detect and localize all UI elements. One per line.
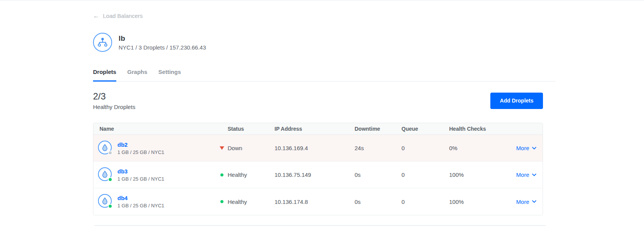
droplet-name-cell: db4 1 GB / 25 GB / NYC1: [98, 194, 228, 209]
more-menu-button[interactable]: More: [516, 145, 536, 151]
column-header-health-checks: Health Checks: [449, 126, 510, 132]
healthy-dot-icon: [220, 173, 223, 176]
column-header-ip: IP Address: [275, 126, 355, 132]
health-checks-cell: 100%: [449, 199, 510, 205]
status-cell: Healthy: [228, 172, 275, 178]
status-label: Down: [228, 145, 242, 151]
tab-bar: Droplets Graphs Settings: [93, 69, 556, 82]
column-header-queue: Queue: [401, 126, 449, 132]
down-triangle-icon: [220, 146, 224, 150]
more-label: More: [516, 199, 529, 205]
queue-cell: 0: [401, 145, 449, 151]
table-row: db2 1 GB / 25 GB / NYC1 Down 10.136.169.…: [93, 135, 543, 162]
health-checks-cell: 100%: [449, 172, 510, 178]
droplet-status-dot: [108, 151, 112, 155]
health-checks-cell: 0%: [449, 145, 510, 151]
load-balancer-icon: [93, 33, 112, 52]
droplet-spec: 1 GB / 25 GB / NYC1: [117, 176, 164, 182]
droplets-table: Name Status IP Address Downtime Queue He…: [93, 123, 543, 215]
downtime-cell: 0s: [355, 172, 401, 178]
droplet-table-body: db2 1 GB / 25 GB / NYC1 Down 10.136.169.…: [93, 135, 543, 215]
page-subtitle: NYC1 / 3 Droplets / 157.230.66.43: [119, 44, 206, 51]
ip-address-cell: 10.136.174.8: [275, 199, 355, 205]
ip-address-cell: 10.136.169.4: [275, 145, 355, 151]
column-header-status: Status: [228, 126, 275, 132]
load-balancer-titles: lb NYC1 / 3 Droplets / 157.230.66.43: [119, 34, 206, 51]
droplet-icon: [98, 167, 112, 183]
queue-cell: 0: [401, 172, 449, 178]
status-label: Healthy: [228, 172, 247, 178]
back-link-label: Load Balancers: [103, 13, 143, 19]
column-header-downtime: Downtime: [355, 126, 401, 132]
healthy-count-label: Healthy Droplets: [93, 104, 135, 110]
healthy-droplets-summary: 2/3 Healthy Droplets: [93, 91, 135, 110]
downtime-cell: 24s: [355, 145, 401, 151]
load-balancer-header: lb NYC1 / 3 Droplets / 157.230.66.43: [93, 33, 556, 52]
tab-droplets[interactable]: Droplets: [93, 69, 116, 82]
add-droplets-button[interactable]: Add Droplets: [490, 93, 543, 109]
droplet-status-dot: [108, 177, 112, 182]
summary-bar: 2/3 Healthy Droplets Add Droplets: [93, 91, 543, 110]
more-menu-button[interactable]: More: [516, 199, 536, 205]
ip-address-cell: 10.136.75.149: [275, 172, 355, 178]
chevron-down-icon: [532, 173, 536, 176]
table-row: db3 1 GB / 25 GB / NYC1 Healthy 10.136.7…: [93, 162, 543, 188]
droplet-icon: [98, 194, 112, 209]
droplet-name-link[interactable]: db4: [117, 195, 164, 201]
queue-cell: 0: [401, 199, 449, 205]
droplet-name-link[interactable]: db2: [117, 141, 164, 148]
droplet-spec: 1 GB / 25 GB / NYC1: [117, 149, 164, 155]
downtime-cell: 0s: [355, 199, 401, 205]
back-link[interactable]: ← Load Balancers: [93, 13, 143, 19]
status-cell: Healthy: [228, 199, 275, 205]
droplet-name-cell: db3 1 GB / 25 GB / NYC1: [98, 167, 228, 183]
tab-graphs[interactable]: Graphs: [127, 69, 148, 82]
table-header-row: Name Status IP Address Downtime Queue He…: [93, 123, 543, 135]
main-content: ← Load Balancers lb NYC1 / 3 Droplets / …: [93, 13, 556, 226]
column-header-name: Name: [100, 126, 228, 132]
healthy-count: 2/3: [93, 91, 135, 102]
droplet-spec: 1 GB / 25 GB / NYC1: [117, 203, 164, 208]
more-label: More: [516, 172, 529, 178]
table-row: db4 1 GB / 25 GB / NYC1 Healthy 10.136.1…: [93, 188, 543, 215]
droplet-name-link[interactable]: db3: [117, 168, 164, 175]
tab-settings[interactable]: Settings: [158, 69, 181, 82]
droplet-name-cell: db2 1 GB / 25 GB / NYC1: [98, 141, 228, 156]
chevron-down-icon: [532, 147, 536, 150]
more-label: More: [516, 145, 529, 151]
status-cell: Down: [228, 145, 275, 151]
status-label: Healthy: [228, 199, 247, 205]
healthy-dot-icon: [220, 200, 223, 203]
droplet-status-dot: [108, 204, 112, 208]
more-menu-button[interactable]: More: [516, 172, 536, 178]
page-title: lb: [119, 34, 206, 43]
top-divider: [0, 0, 644, 0]
chevron-down-icon: [532, 200, 536, 203]
back-arrow-icon: ←: [93, 13, 100, 19]
droplet-icon: [98, 141, 112, 156]
